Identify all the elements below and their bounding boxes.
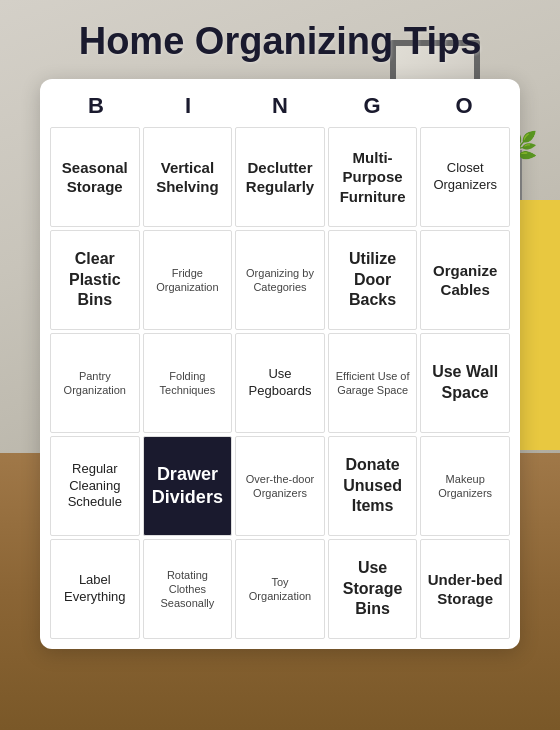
bingo-cell-10[interactable]: Pantry Organization [50,333,140,433]
bingo-cell-11[interactable]: Folding Techniques [143,333,233,433]
bingo-cell-15[interactable]: Regular Cleaning Schedule [50,436,140,536]
letter-g: G [326,89,418,123]
bingo-header: B I N G O [50,89,510,123]
bingo-cell-4[interactable]: Closet Organizers [420,127,510,227]
bingo-cell-24[interactable]: Under-bed Storage [420,539,510,639]
bingo-cell-3[interactable]: Multi-Purpose Furniture [328,127,418,227]
bingo-cell-17[interactable]: Over-the-door Organizers [235,436,325,536]
bingo-cell-6[interactable]: Fridge Organization [143,230,233,330]
letter-b: B [50,89,142,123]
bingo-cell-7[interactable]: Organizing by Categories [235,230,325,330]
bingo-cell-2[interactable]: Declutter Regularly [235,127,325,227]
bingo-cell-1[interactable]: Vertical Shelving [143,127,233,227]
bingo-cell-20[interactable]: Label Everything [50,539,140,639]
letter-o: O [418,89,510,123]
letter-i: I [142,89,234,123]
bingo-cell-9[interactable]: Organize Cables [420,230,510,330]
bingo-cell-16[interactable]: Drawer Dividers [143,436,233,536]
bingo-cell-0[interactable]: Seasonal Storage [50,127,140,227]
bingo-cell-13[interactable]: Efficient Use of Garage Space [328,333,418,433]
bingo-cell-14[interactable]: Use Wall Space [420,333,510,433]
bingo-cell-5[interactable]: Clear Plastic Bins [50,230,140,330]
page-title: Home Organizing Tips [79,20,482,63]
bingo-cell-18[interactable]: Donate Unused Items [328,436,418,536]
bingo-cell-23[interactable]: Use Storage Bins [328,539,418,639]
bingo-card: B I N G O Seasonal StorageVertical Shelv… [40,79,520,649]
bingo-cell-19[interactable]: Makeup Organizers [420,436,510,536]
bingo-cell-8[interactable]: Utilize Door Backs [328,230,418,330]
bingo-cell-22[interactable]: Toy Organization [235,539,325,639]
letter-n: N [234,89,326,123]
page-content: Home Organizing Tips B I N G O Seasonal … [0,0,560,730]
bingo-cell-12[interactable]: Use Pegboards [235,333,325,433]
bingo-cell-21[interactable]: Rotating Clothes Seasonally [143,539,233,639]
bingo-grid: Seasonal StorageVertical ShelvingDeclutt… [50,127,510,639]
